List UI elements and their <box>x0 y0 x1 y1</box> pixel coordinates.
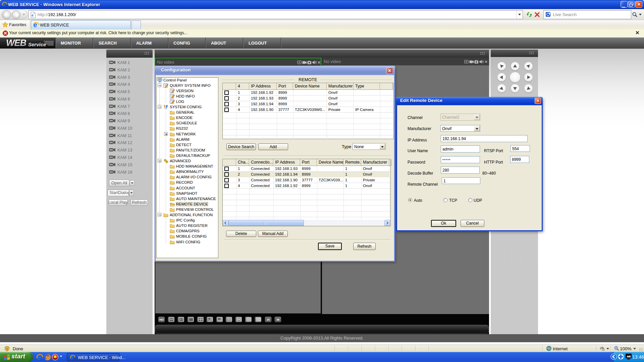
svg-text:e: e <box>32 13 34 17</box>
svg-text:!: ! <box>7 347 8 351</box>
